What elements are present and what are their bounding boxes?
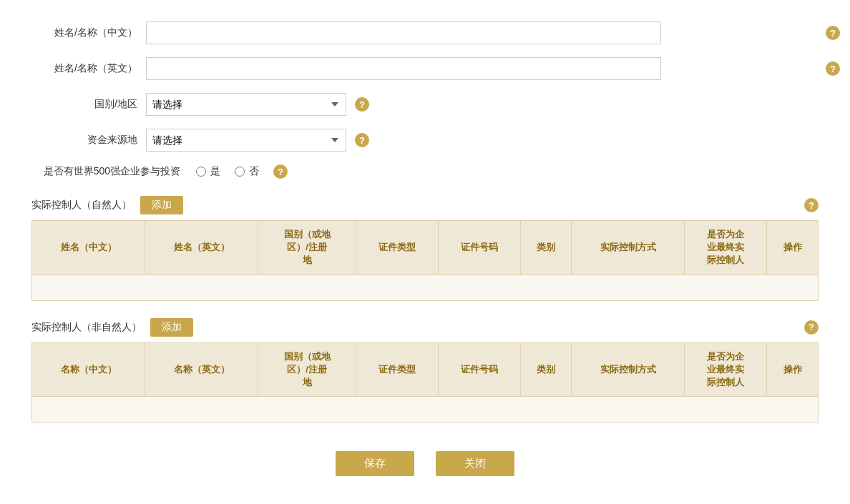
non-natural-person-col-control-mode: 实际控制方式: [572, 342, 685, 397]
fund-source-select[interactable]: 请选择: [146, 129, 346, 152]
non-natural-person-table: 名称（中文） 名称（英文） 国别（或地区）/注册地 证件类型 证件号码 类别 实…: [31, 342, 819, 423]
non-natural-person-table-head: 名称（中文） 名称（英文） 国别（或地区）/注册地 证件类型 证件号码 类别 实…: [32, 342, 819, 397]
non-natural-person-col-cert-type: 证件类型: [356, 342, 438, 397]
fortune500-yes-radio[interactable]: [196, 167, 206, 177]
name-zh-row: 姓名/名称（中文） ?: [31, 21, 819, 44]
name-en-input[interactable]: [146, 57, 661, 80]
natural-person-col-category: 类别: [520, 221, 572, 275]
non-natural-person-col-action: 操作: [767, 342, 819, 397]
natural-person-table: 姓名（中文） 姓名（英文） 国别（或地区）/注册地 证件类型 证件号码 类别 实…: [31, 220, 819, 301]
close-button[interactable]: 关闭: [436, 451, 514, 476]
non-natural-person-header-row: 名称（中文） 名称（英文） 国别（或地区）/注册地 证件类型 证件号码 类别 实…: [32, 342, 819, 397]
non-natural-person-col-name-en: 名称（英文）: [145, 342, 258, 397]
name-en-row: 姓名/名称（英文） ?: [31, 57, 819, 80]
fund-source-row: 资金来源地 请选择 ?: [31, 129, 819, 152]
country-label: 国别/地区: [31, 98, 146, 111]
natural-person-table-head: 姓名（中文） 姓名（英文） 国别（或地区）/注册地 证件类型 证件号码 类别 实…: [32, 221, 819, 275]
natural-person-col-control-mode: 实际控制方式: [572, 221, 685, 275]
natural-person-col-is-final: 是否为企业最终实际控制人: [685, 221, 767, 275]
natural-person-col-cert-no: 证件号码: [438, 221, 520, 275]
fortune500-yes-label: 是: [210, 165, 220, 178]
non-natural-person-table-body: [32, 397, 819, 423]
natural-person-col-cert-type: 证件类型: [356, 221, 438, 275]
non-natural-person-title: 实际控制人（非自然人）: [31, 321, 142, 334]
natural-person-header-row: 姓名（中文） 姓名（英文） 国别（或地区）/注册地 证件类型 证件号码 类别 实…: [32, 221, 819, 275]
natural-person-section-header: 实际控制人（自然人） 添加 ?: [31, 196, 819, 214]
fortune500-no-radio[interactable]: [235, 167, 245, 177]
fortune500-yes-option[interactable]: 是: [196, 165, 220, 178]
name-en-label: 姓名/名称（英文）: [31, 62, 146, 75]
non-natural-person-col-category: 类别: [520, 342, 572, 397]
non-natural-person-section-header: 实际控制人（非自然人） 添加 ?: [31, 318, 819, 337]
action-buttons: 保存 关闭: [31, 451, 819, 476]
natural-person-table-body: [32, 275, 819, 300]
country-select[interactable]: 请选择: [146, 93, 346, 116]
fortune500-no-option[interactable]: 否: [235, 165, 259, 178]
natural-person-empty-cell: [32, 275, 819, 300]
form-container: 姓名/名称（中文） ? 姓名/名称（英文） ? 国别/地区 请选择 ? 资金来源…: [31, 21, 819, 476]
non-natural-person-col-name-zh: 名称（中文）: [32, 342, 145, 397]
fortune500-radio-group: 是 否: [196, 165, 259, 178]
name-zh-label: 姓名/名称（中文）: [31, 26, 146, 39]
natural-person-col-name-zh: 姓名（中文）: [32, 221, 145, 275]
name-zh-input[interactable]: [146, 21, 661, 44]
fortune500-label: 是否有世界500强企业参与投资: [31, 165, 189, 178]
natural-person-col-action: 操作: [767, 221, 819, 275]
non-natural-person-help-icon[interactable]: ?: [804, 320, 819, 335]
non-natural-person-empty-row: [32, 397, 819, 423]
non-natural-person-col-is-final: 是否为企业最终实际控制人: [685, 342, 767, 397]
name-en-help-icon[interactable]: ?: [826, 61, 840, 76]
natural-person-col-name-en: 姓名（英文）: [145, 221, 258, 275]
natural-person-title: 实际控制人（自然人）: [31, 199, 132, 212]
natural-person-help-icon[interactable]: ?: [804, 198, 819, 212]
fortune500-row: 是否有世界500强企业参与投资 是 否 ?: [31, 164, 819, 179]
non-natural-person-table-wrapper: 名称（中文） 名称（英文） 国别（或地区）/注册地 证件类型 证件号码 类别 实…: [31, 342, 819, 423]
non-natural-person-col-country: 国别（或地区）/注册地: [258, 342, 356, 397]
fortune500-help-icon[interactable]: ?: [273, 164, 288, 179]
non-natural-person-empty-cell: [32, 397, 819, 423]
natural-person-table-wrapper: 姓名（中文） 姓名（英文） 国别（或地区）/注册地 证件类型 证件号码 类别 实…: [31, 220, 819, 301]
natural-person-empty-row: [32, 275, 819, 300]
natural-person-col-country: 国别（或地区）/注册地: [258, 221, 356, 275]
save-button[interactable]: 保存: [336, 451, 414, 476]
country-row: 国别/地区 请选择 ?: [31, 93, 819, 116]
fund-source-help-icon[interactable]: ?: [355, 133, 369, 147]
fortune500-no-label: 否: [249, 165, 259, 178]
fund-source-label: 资金来源地: [31, 134, 146, 147]
country-help-icon[interactable]: ?: [355, 97, 369, 112]
non-natural-person-add-btn[interactable]: 添加: [150, 318, 193, 337]
name-zh-help-icon[interactable]: ?: [826, 26, 840, 40]
natural-person-add-btn[interactable]: 添加: [140, 196, 183, 214]
non-natural-person-col-cert-no: 证件号码: [438, 342, 520, 397]
